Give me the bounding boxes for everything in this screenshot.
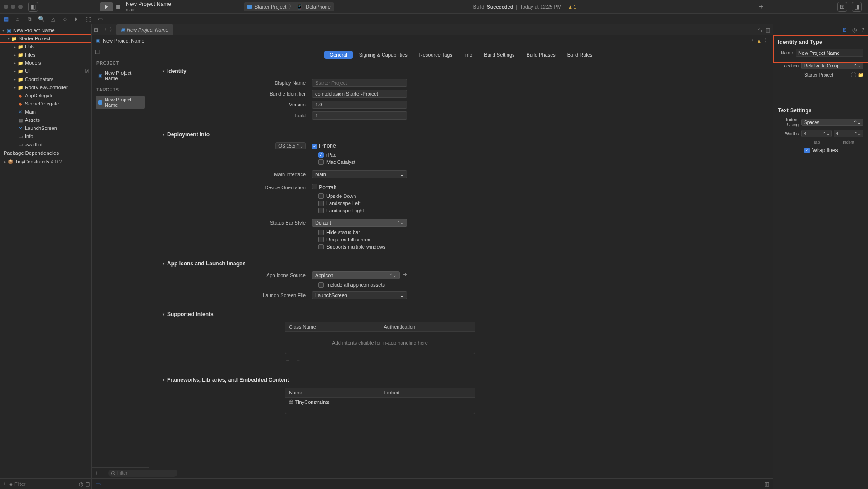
framework-row[interactable]: 🏛 TinyConstraints xyxy=(285,398,475,407)
deployment-header[interactable]: ▾Deployment Info xyxy=(163,129,759,142)
folder-ui[interactable]: ▸📁UIM xyxy=(0,67,91,75)
sidebar-item-starter-project[interactable]: ▾📁Starter Project xyxy=(0,34,91,43)
add-icon[interactable]: ＋ xyxy=(2,480,7,488)
tab-signing[interactable]: Signing & Capabilities xyxy=(354,51,413,59)
insp-name-field[interactable] xyxy=(796,49,863,57)
display-name-field[interactable] xyxy=(312,79,407,87)
editor-split-icon[interactable]: ▥ xyxy=(765,27,770,33)
max-dot[interactable] xyxy=(18,5,23,9)
file-swiftlint[interactable]: ▭.swiftlint xyxy=(0,140,91,149)
file-info[interactable]: ▭Info xyxy=(0,132,91,140)
breakpoint-nav-icon[interactable]: ⬚ xyxy=(85,16,91,22)
hide-status-bar-checkbox[interactable] xyxy=(318,230,324,235)
version-field[interactable] xyxy=(312,101,407,109)
remove-intent-button[interactable]: － xyxy=(295,357,301,365)
upside-down-checkbox[interactable] xyxy=(318,193,324,199)
identity-header[interactable]: ▾Identity xyxy=(163,65,759,79)
remove-target-button[interactable]: － xyxy=(101,469,106,477)
file-scenedelegate[interactable]: ◆SceneDelegate xyxy=(0,100,91,108)
tab-width-stepper[interactable]: 4⌃⌄ xyxy=(801,130,832,137)
outline-toggle-icon[interactable]: ◫ xyxy=(95,48,100,55)
left-sidebar-toggle-icon[interactable]: ◧ xyxy=(28,2,38,12)
tab-general[interactable]: General xyxy=(324,51,353,59)
file-main[interactable]: ✕Main xyxy=(0,108,91,116)
debug-area-toggle-icon[interactable]: ▥ xyxy=(764,481,769,487)
package-tinyconstraints[interactable]: ▸📦TinyConstraints 4.0.2 xyxy=(0,158,91,166)
jumpbar-back-icon[interactable]: 〈 xyxy=(749,37,754,44)
tab-build-settings[interactable]: Build Settings xyxy=(479,51,520,59)
landscape-left-checkbox[interactable] xyxy=(318,201,324,206)
new-tab-button[interactable]: ＋ xyxy=(758,2,765,11)
filter-recent-icon[interactable]: ◷ xyxy=(79,481,83,487)
project-root[interactable]: ▾▣New Project Name xyxy=(0,26,91,34)
main-interface-combo[interactable]: Main⌄ xyxy=(312,170,407,178)
folder-utils[interactable]: ▸📁Utils xyxy=(0,43,91,51)
file-assets[interactable]: ▦Assets xyxy=(0,116,91,124)
status-bar-popup[interactable]: Default⌃⌄ xyxy=(312,219,407,227)
folder-rootvc[interactable]: ▸📁RootViewController xyxy=(0,83,91,91)
help-inspector-tab-icon[interactable]: ? xyxy=(861,27,864,33)
appicon-source-popup[interactable]: AppIcon⌃⌄ xyxy=(312,271,400,279)
navigator-filter-input[interactable] xyxy=(14,481,77,487)
jumpbar-forward-icon[interactable]: 〉 xyxy=(764,37,769,44)
add-intent-button[interactable]: ＋ xyxy=(285,357,291,365)
console-icon[interactable]: ▭ xyxy=(96,481,101,487)
scheme-selector[interactable]: Starter Project 〉 📱 DelaPhone xyxy=(244,2,334,11)
min-dot[interactable] xyxy=(11,5,15,9)
full-screen-checkbox[interactable] xyxy=(318,237,324,242)
filter-scope-icon[interactable]: ◉ xyxy=(9,482,13,486)
project-title[interactable]: New Project Name main xyxy=(126,1,171,12)
test-nav-icon[interactable]: ◇ xyxy=(62,16,68,22)
debug-nav-icon[interactable]: ⏵ xyxy=(73,16,80,22)
intents-header[interactable]: ▾Supported Intents xyxy=(163,308,759,322)
multi-window-checkbox[interactable] xyxy=(318,244,324,249)
tab-resource-tags[interactable]: Resource Tags xyxy=(414,51,458,59)
issue-nav-icon[interactable]: △ xyxy=(50,16,56,22)
tab-project[interactable]: ▣New Project Name xyxy=(116,24,173,35)
folder-coordinators[interactable]: ▸📁Coordinators xyxy=(0,75,91,83)
mac-catalyst-checkbox[interactable] xyxy=(318,159,324,165)
appicon-goto-icon[interactable]: ➜ xyxy=(403,271,407,279)
filter-scm-icon[interactable]: ▢ xyxy=(85,481,90,487)
library-button[interactable]: ⊞ xyxy=(837,2,847,12)
wrap-lines-checkbox[interactable]: ✓ xyxy=(804,148,810,153)
insp-location-popup[interactable]: Relative to Group⌃⌄ xyxy=(801,62,863,69)
outline-target-item[interactable]: New Project Name xyxy=(96,96,145,109)
symbol-nav-icon[interactable]: ⧉ xyxy=(26,16,33,22)
run-button[interactable] xyxy=(100,2,113,11)
editor-menu-icon[interactable]: ⇆ xyxy=(758,27,762,33)
launch-screen-combo[interactable]: LaunchScreen⌄ xyxy=(312,291,407,299)
appicons-header[interactable]: ▾App Icons and Launch Images xyxy=(163,258,759,271)
iphone-checkbox[interactable]: ✓ xyxy=(312,144,317,149)
reveal-folder-icon[interactable] xyxy=(851,72,856,77)
nav-back-icon[interactable]: 〈 xyxy=(100,26,108,34)
file-appdelegate[interactable]: ◆AppDelegate xyxy=(0,91,91,100)
project-nav-icon[interactable]: ▤ xyxy=(3,16,9,22)
history-inspector-tab-icon[interactable]: ◷ xyxy=(852,27,857,33)
folder-files[interactable]: ▸📁Files xyxy=(0,51,91,59)
portrait-checkbox[interactable] xyxy=(312,184,317,189)
build-field[interactable] xyxy=(312,111,407,120)
outline-project-item[interactable]: ▣New Project Name xyxy=(96,69,145,82)
nav-forward-icon[interactable]: 〉 xyxy=(108,26,116,34)
source-control-nav-icon[interactable]: ⎌ xyxy=(14,16,21,22)
open-folder-icon[interactable]: 📁 xyxy=(858,72,863,77)
file-inspector-tab-icon[interactable]: 🗎 xyxy=(842,27,848,33)
indent-width-stepper[interactable]: 4⌃⌄ xyxy=(834,130,864,137)
jumpbar-warning-icon[interactable]: ▲ xyxy=(757,38,762,43)
close-dot[interactable] xyxy=(4,5,8,9)
frameworks-header[interactable]: ▾Frameworks, Libraries, and Embedded Con… xyxy=(163,374,759,388)
indent-using-popup[interactable]: Spaces⌃⌄ xyxy=(801,119,863,126)
find-nav-icon[interactable]: 🔍 xyxy=(38,16,44,22)
related-items-icon[interactable]: ⊞ xyxy=(92,27,100,33)
right-sidebar-toggle-icon[interactable]: ◨ xyxy=(852,2,862,12)
tab-build-phases[interactable]: Build Phases xyxy=(521,51,561,59)
jump-bar[interactable]: ▣New Project Name 〈 ▲ 〉 xyxy=(92,35,773,46)
file-launchscreen[interactable]: ✕LaunchScreen xyxy=(0,124,91,132)
build-status[interactable]: Build Succeeded | Today at 12:25 PM ▲1 xyxy=(473,4,576,10)
warning-indicator[interactable]: ▲1 xyxy=(568,4,576,10)
bundle-id-field[interactable] xyxy=(312,90,407,98)
folder-models[interactable]: ▸📁Models xyxy=(0,59,91,67)
include-all-icons-checkbox[interactable] xyxy=(318,282,324,288)
report-nav-icon[interactable]: ▭ xyxy=(97,16,103,22)
